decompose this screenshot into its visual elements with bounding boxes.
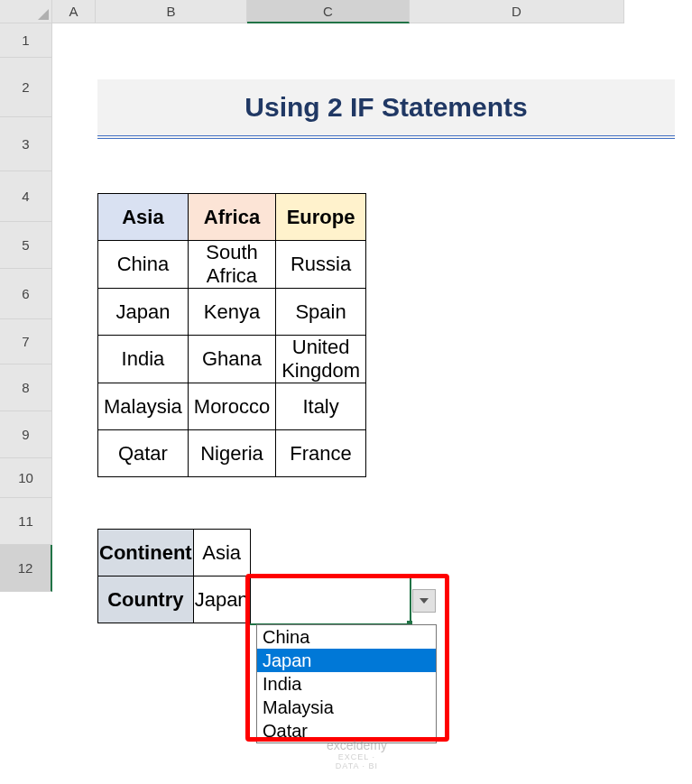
table-row: Qatar Nigeria France [98,430,366,477]
row-header-5[interactable]: 5 [0,222,52,269]
row-header-8[interactable]: 8 [0,364,52,411]
title-merged-cell[interactable]: Using 2 IF Statements [97,79,675,139]
row-header-1[interactable]: 1 [0,23,52,58]
table-row: India Ghana United Kingdom [98,336,366,383]
continent-value-cell[interactable]: Asia [193,530,250,576]
select-all-corner[interactable] [0,0,52,23]
row-headers: 123456789101112 [0,23,52,592]
data-validation-dropdown-list[interactable]: ChinaJapanIndiaMalaysiaQatar [256,624,437,743]
dropdown-item[interactable]: India [257,672,436,696]
header-europe[interactable]: Europe [276,194,366,241]
row-header-12[interactable]: 12 [0,545,52,592]
title-text: Using 2 IF Statements [245,92,527,123]
header-asia[interactable]: Asia [98,194,189,241]
table-row: China South Africa Russia [98,241,366,289]
col-header-D[interactable]: D [410,0,624,23]
row-header-10[interactable]: 10 [0,458,52,498]
active-cell-border [247,576,411,625]
row-header-7[interactable]: 7 [0,319,52,364]
continent-label[interactable]: Continent [98,530,194,576]
country-value-cell[interactable]: Japan [193,576,250,623]
table-row: Malaysia Morocco Italy [98,383,366,430]
column-headers: ABCD [52,0,624,23]
watermark-sub: EXCEL · DATA · BI [327,752,387,770]
continents-table: Asia Africa Europe China South Africa Ru… [97,193,366,477]
dropdown-item[interactable]: Qatar [257,719,436,742]
selection-table: Continent Asia Country Japan [97,529,251,623]
dropdown-item[interactable]: Japan [257,649,436,672]
dropdown-item[interactable]: Malaysia [257,696,436,719]
dropdown-item[interactable]: China [257,625,436,649]
row-header-11[interactable]: 11 [0,498,52,545]
country-label[interactable]: Country [98,576,194,623]
header-africa[interactable]: Africa [188,194,275,241]
row-header-6[interactable]: 6 [0,269,52,319]
col-header-C[interactable]: C [247,0,410,23]
row-header-2[interactable]: 2 [0,58,52,117]
row-header-4[interactable]: 4 [0,171,52,222]
data-validation-dropdown-button[interactable] [412,589,436,613]
table-row: Japan Kenya Spain [98,289,366,336]
row-header-9[interactable]: 9 [0,411,52,458]
col-header-B[interactable]: B [96,0,247,23]
row-header-3[interactable]: 3 [0,117,52,171]
spreadsheet-viewport: ABCD 123456789101112 Using 2 IF Statemen… [0,0,692,784]
col-header-A[interactable]: A [52,0,96,23]
